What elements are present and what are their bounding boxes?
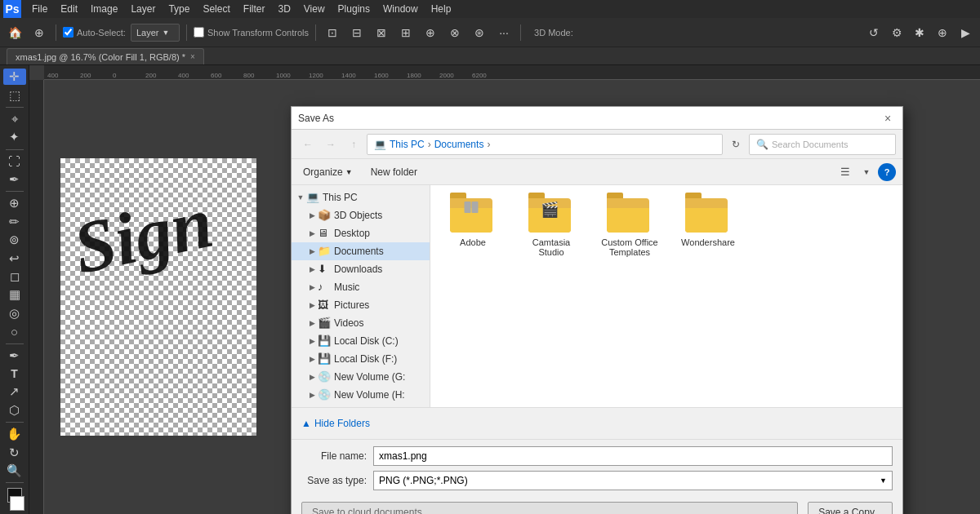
lasso-tool-button[interactable]: ⌖ [3,111,26,127]
dodge-tool-button[interactable]: ○ [3,323,26,339]
organize-button[interactable]: Organize ▼ [298,164,358,180]
folder-adobe[interactable]: Adobe [440,195,506,260]
menu-window[interactable]: Window [377,2,424,16]
brush-tool-button[interactable]: ✏ [3,213,26,229]
blur-tool-button[interactable]: ◎ [3,305,26,321]
menu-edit[interactable]: Edit [55,2,83,16]
marquee-tool-button[interactable]: ⬚ [3,86,26,103]
folder-icon-custom-office [607,198,653,234]
tree-item-desktop[interactable]: ▶ 🖥 Desktop [292,224,430,242]
menu-view[interactable]: View [298,2,331,16]
options-right: Save a Copy... Info [808,502,893,514]
move-tool-button[interactable]: ✛ [3,69,26,85]
nav-path-bar: 💻 This PC › Documents › [367,134,723,155]
layer-dropdown[interactable]: Layer ▼ [131,24,180,42]
nav-up-button[interactable]: ↑ [344,135,363,154]
align-left-icon[interactable]: ⊡ [323,23,342,42]
tree-item-pictures[interactable]: ▶ 🖼 Pictures [292,296,430,314]
nav-refresh-button[interactable]: ↻ [726,135,746,154]
tool-icon-3[interactable]: ✱ [910,23,929,42]
nav-forward-button[interactable]: → [321,135,341,154]
home-button[interactable]: 🏠 [5,23,24,42]
nav-path-thispc[interactable]: This PC [390,139,425,150]
tree-item-videos[interactable]: ▶ 🎬 Videos [292,314,430,332]
filename-input[interactable] [373,446,893,466]
tool-icon-1[interactable]: ↺ [864,23,884,42]
menu-3d[interactable]: 3D [272,2,296,16]
clone-stamp-button[interactable]: ⊚ [3,232,26,248]
tool-icon-5[interactable]: ▶ [956,23,975,42]
more-options-icon[interactable]: ··· [494,23,514,42]
tree-item-volume-h[interactable]: ▶ 💿 New Volume (H: [292,386,430,404]
type-tool-button[interactable]: T [3,366,26,382]
folder-camtasia[interactable]: 🎬 Camtasia Studio [519,195,584,260]
eyedropper-button[interactable]: ✒ [3,171,26,188]
align-bottom-icon[interactable]: ⊗ [445,23,465,42]
gradient-tool-button[interactable]: ▦ [3,286,26,303]
folder-custom-office[interactable]: Custom Office Templates [597,195,662,260]
tree-item-thispc[interactable]: ▼ 💻 This PC [292,188,430,206]
toolbar-separator-2 [186,24,187,41]
auto-select-check[interactable]: Auto-Select: [63,27,126,38]
menu-image[interactable]: Image [85,2,123,16]
tree-item-3dobjects[interactable]: ▶ 📦 3D Objects [292,206,430,224]
magic-wand-button[interactable]: ✦ [3,129,26,145]
tree-arrow-localdisk-c: ▶ [306,335,318,347]
menu-help[interactable]: Help [425,2,457,16]
save-copy-button[interactable]: Save a Copy... [808,502,893,514]
menu-file[interactable]: File [26,2,53,16]
app-logo: Ps [3,0,21,18]
tree-item-documents[interactable]: ▶ 📁 Documents [292,242,430,260]
tab-xmas1[interactable]: xmas1.jpg @ 16.7% (Color Fill 1, RGB/8) … [7,48,204,64]
tool-icon-2[interactable]: ⚙ [887,23,906,42]
show-transform-check[interactable]: Show Transform Controls [194,27,309,38]
menu-type[interactable]: Type [163,2,195,16]
move-tool-icon[interactable]: ⊕ [29,23,49,42]
history-brush-button[interactable]: ↩ [3,250,26,266]
path-selection-button[interactable]: ↗ [3,383,26,400]
zoom-tool-button[interactable]: 🔍 [3,463,26,479]
dialog-action-toolbar: Organize ▼ New folder ☰ ▼ ? [292,159,902,185]
new-folder-button[interactable]: New folder [364,164,424,180]
crop-tool-button[interactable]: ⛶ [3,153,26,169]
show-transform-checkbox[interactable] [194,27,204,38]
distribute-icon[interactable]: ⊛ [470,23,489,42]
align-top-icon[interactable]: ⊞ [396,23,416,42]
shape-tool-button[interactable]: ⬡ [3,402,26,419]
help-button[interactable]: ? [878,163,896,181]
nav-path-documents[interactable]: Documents [434,139,484,150]
eraser-tool-button[interactable]: ◻ [3,268,26,285]
healing-brush-button[interactable]: ⊕ [3,195,26,211]
tree-item-localdisk-c[interactable]: ▶ 💾 Local Disk (C:) [292,332,430,350]
dialog-close-button[interactable]: × [880,110,896,126]
view-toggle-button[interactable]: ☰ [835,162,855,182]
tree-item-localdisk-f[interactable]: ▶ 💾 Local Disk (F:) [292,350,430,368]
menu-filter[interactable]: Filter [238,2,271,16]
folder-wondershare[interactable]: Wondershare [675,195,741,260]
nav-back-button[interactable]: ← [298,135,318,154]
align-right-icon[interactable]: ⊠ [372,23,391,42]
pen-tool-button[interactable]: ✒ [3,347,26,363]
view-dropdown-arrow[interactable]: ▼ [857,162,876,182]
tree-arrow-desktop: ▶ [306,228,318,239]
tree-item-downloads[interactable]: ▶ ⬇ Downloads [292,260,430,278]
align-center-v-icon[interactable]: ⊟ [347,23,367,42]
auto-select-checkbox[interactable] [63,27,74,38]
dialog-sidebar: ▼ 💻 This PC ▶ 📦 3D Objects ▶ [292,185,430,407]
hand-tool-button[interactable]: ✋ [3,426,26,442]
tool-icon-4[interactable]: ⊕ [933,23,952,42]
tab-close-button[interactable]: × [190,52,195,61]
tree-item-music[interactable]: ▶ ♪ Music [292,278,430,296]
tree-item-volume-g[interactable]: ▶ 💿 New Volume (G: [292,368,430,386]
menu-select[interactable]: Select [197,2,235,16]
tree-label-volume-h: New Volume (H: [334,389,405,401]
saveas-dropdown[interactable]: PNG (*.PNG;*.PNG) ▼ [373,471,893,490]
background-color[interactable] [10,496,24,511]
nav-search-box[interactable]: 🔍 Search Documents [749,134,896,155]
rotate-view-button[interactable]: ↻ [3,444,26,460]
tree-arrow-downloads: ▶ [306,264,318,275]
hide-folders-button[interactable]: ▲ Hide Folders [301,414,893,432]
align-center-h-icon[interactable]: ⊕ [421,23,440,42]
menu-plugins[interactable]: Plugins [332,2,376,16]
menu-layer[interactable]: Layer [125,2,161,16]
